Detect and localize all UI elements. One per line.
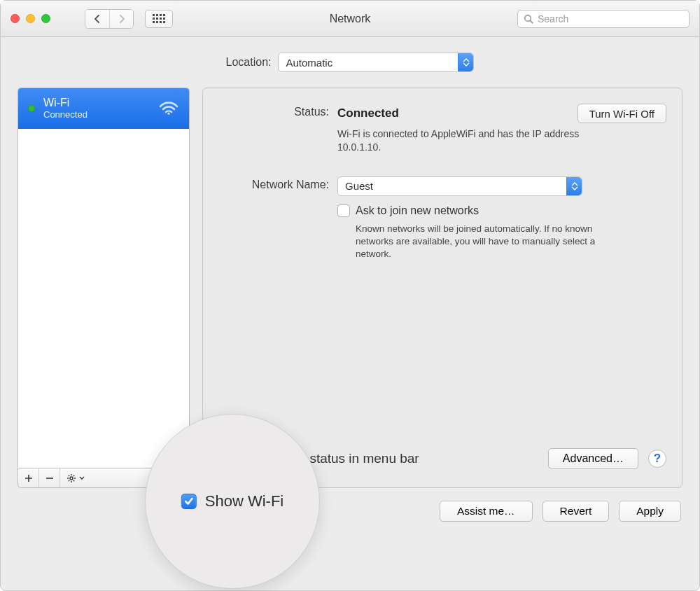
close-button[interactable] (10, 14, 20, 23)
chevron-left-icon (94, 15, 101, 23)
svg-line-1 (530, 20, 533, 23)
turn-wifi-off-button[interactable]: Turn Wi-Fi Off (578, 104, 666, 123)
network-name-label: Network Name: (218, 176, 337, 261)
gear-icon (66, 473, 78, 484)
status-dot-icon (28, 105, 35, 112)
svg-line-8 (69, 475, 69, 475)
select-stepper-icon (458, 53, 473, 71)
chevron-right-icon (118, 15, 125, 23)
show-wifi-menubar-label: Show Wi-Fi status in menu bar (238, 451, 419, 466)
search-field-wrap[interactable] (517, 10, 690, 28)
svg-point-3 (70, 477, 73, 480)
back-button[interactable] (85, 10, 109, 28)
window-controls (10, 14, 50, 23)
apply-button[interactable]: Apply (619, 501, 681, 522)
service-actions-button[interactable] (60, 468, 91, 487)
plus-icon (24, 474, 33, 482)
location-label: Location: (226, 56, 272, 69)
grid-icon (153, 14, 165, 23)
show-wifi-menubar-checkbox[interactable]: Show Wi-Fi status in menu bar (218, 451, 419, 466)
sidebar: Wi-Fi Connected (18, 88, 190, 488)
service-text: Wi-Fi Connected (43, 97, 88, 120)
forward-button[interactable] (109, 10, 133, 28)
service-name: Wi-Fi (43, 97, 88, 109)
svg-point-2 (167, 113, 169, 115)
ask-join-checkbox[interactable]: Ask to join new networks (337, 204, 666, 217)
checkbox-checked-icon (218, 452, 231, 465)
add-service-button[interactable] (18, 468, 39, 487)
network-name-select[interactable]: Guest (337, 176, 582, 196)
network-name-value: Guest (345, 180, 373, 192)
wifi-icon (158, 99, 179, 118)
service-list[interactable]: Wi-Fi Connected (18, 88, 190, 468)
window-title: Network (330, 13, 371, 25)
select-stepper-icon (566, 177, 582, 195)
help-button[interactable]: ? (648, 450, 666, 468)
chevron-down-icon (79, 476, 85, 480)
advanced-button[interactable]: Advanced… (548, 448, 638, 469)
search-input[interactable] (538, 13, 683, 25)
titlebar: Network (1, 1, 699, 37)
svg-line-10 (74, 475, 74, 475)
show-all-button[interactable] (145, 10, 173, 28)
revert-button[interactable]: Revert (542, 501, 610, 522)
ask-join-label: Ask to join new networks (356, 204, 479, 217)
status-label: Status: (218, 104, 337, 118)
location-value: Automatic (286, 57, 332, 69)
service-status: Connected (43, 110, 88, 120)
svg-line-11 (69, 480, 69, 480)
footer-buttons: Assist me… Revert Apply (18, 501, 682, 522)
sidebar-tools (18, 468, 190, 488)
service-item-wifi[interactable]: Wi-Fi Connected (18, 88, 189, 129)
location-row: Location: Automatic (18, 53, 682, 72)
checkbox-unchecked-icon (337, 204, 350, 217)
assist-me-button[interactable]: Assist me… (440, 501, 533, 522)
status-description: Wi-Fi is connected to AppleWiFi and has … (337, 127, 589, 154)
search-icon (524, 14, 533, 24)
prefs-window: Network Location: Automatic (0, 0, 700, 591)
minimize-button[interactable] (26, 14, 35, 23)
status-value: Connected (337, 106, 399, 120)
detail-panel: Status: Connected Turn Wi-Fi Off Wi-Fi i… (202, 88, 682, 488)
columns: Wi-Fi Connected (18, 88, 682, 488)
minus-icon (46, 474, 54, 482)
zoom-button[interactable] (41, 14, 50, 23)
content: Location: Automatic Wi-Fi Connected (1, 37, 699, 534)
remove-service-button[interactable] (39, 468, 60, 487)
location-select[interactable]: Automatic (278, 53, 474, 72)
ask-join-description: Known networks will be joined automatica… (356, 223, 608, 261)
svg-line-9 (74, 480, 74, 480)
nav-buttons (85, 9, 134, 29)
